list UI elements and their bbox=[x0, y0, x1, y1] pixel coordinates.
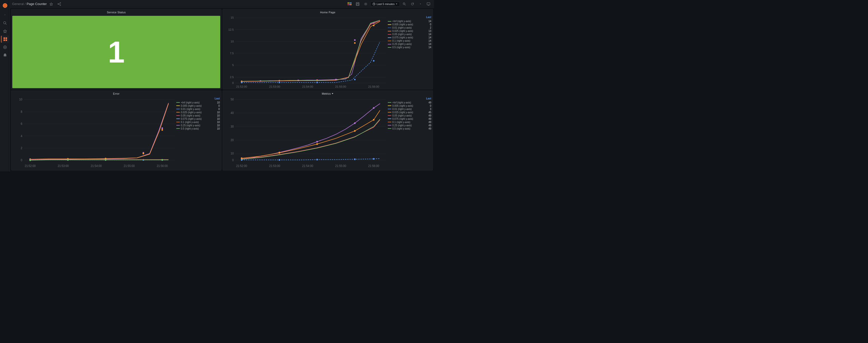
svg-text:20: 20 bbox=[230, 138, 234, 142]
svg-point-67 bbox=[316, 82, 318, 83]
grafana-logo[interactable] bbox=[1, 2, 8, 9]
sidebar-collapse-btn[interactable]: › bbox=[1, 11, 9, 18]
svg-rect-27 bbox=[356, 4, 359, 5]
legend-item-0025[interactable]: 0.025 (right y-axis) 13 bbox=[388, 29, 431, 33]
legend-item-0075[interactable]: 0.075 (right y-axis) 14 bbox=[388, 36, 431, 39]
legend-item-005[interactable]: 0.05 (right y-axis) 14 bbox=[388, 33, 431, 36]
legend-item-001[interactable]: 0.01 (right y-axis) 2 bbox=[388, 26, 431, 29]
svg-text:40: 40 bbox=[230, 111, 234, 114]
sidebar-item-explore[interactable] bbox=[1, 44, 9, 51]
metrics-legend: Last +Inf (right y-axis) 49 0.005 (right… bbox=[386, 96, 433, 170]
sidebar-item-starred[interactable] bbox=[1, 28, 9, 35]
error-legend-0025[interactable]: 0.025 (right y-axis) 10 bbox=[176, 111, 220, 114]
svg-point-141 bbox=[354, 158, 355, 160]
metrics-legend-inf[interactable]: +Inf (right y-axis) 49 bbox=[388, 101, 431, 104]
service-status-panel: Service Status 1 bbox=[11, 9, 221, 89]
error-legend-inf[interactable]: +Inf (right y-axis) 10 bbox=[176, 101, 220, 104]
svg-point-2 bbox=[4, 5, 5, 6]
time-range-picker[interactable]: Last 5 minutes bbox=[370, 1, 400, 6]
legend-item-025[interactable]: 0.25 (right y-axis) 14 bbox=[388, 42, 431, 46]
metrics-legend-0005[interactable]: 0.005 (right y-axis) 0 bbox=[388, 104, 431, 107]
svg-text:0: 0 bbox=[21, 158, 23, 161]
svg-line-17 bbox=[59, 3, 60, 4]
save-dashboard-btn[interactable] bbox=[354, 1, 361, 7]
svg-text:0: 0 bbox=[232, 158, 234, 161]
legend-last-label: Last bbox=[426, 16, 431, 19]
svg-point-108 bbox=[67, 159, 68, 161]
time-range-chevron-icon bbox=[396, 3, 398, 5]
error-legend-header: Last bbox=[176, 97, 220, 101]
svg-point-15 bbox=[58, 3, 59, 4]
metrics-legend-05[interactable]: 0.5 (right y-axis) 49 bbox=[388, 127, 431, 130]
svg-line-18 bbox=[59, 4, 60, 5]
error-legend-025[interactable]: 0.25 (right y-axis) 10 bbox=[176, 124, 220, 127]
metrics-legend-0025[interactable]: 0.025 (right y-axis) 45 bbox=[388, 111, 431, 114]
svg-rect-20 bbox=[349, 2, 351, 3]
svg-point-63 bbox=[354, 39, 355, 41]
metrics-legend-025[interactable]: 0.25 (right y-axis) 49 bbox=[388, 124, 431, 127]
svg-point-11 bbox=[4, 47, 5, 48]
metrics-legend-001[interactable]: 0.01 (right y-axis) 3 bbox=[388, 107, 431, 111]
service-status-body: 1 bbox=[12, 16, 220, 88]
svg-text:21:55:00: 21:55:00 bbox=[335, 164, 346, 167]
svg-text:21:52:00: 21:52:00 bbox=[236, 85, 247, 88]
dashboard-settings-btn[interactable] bbox=[362, 1, 369, 7]
error-legend-05[interactable]: 0.5 (right y-axis) 10 bbox=[176, 127, 220, 130]
sidebar-item-alerting[interactable] bbox=[1, 52, 9, 59]
breadcrumb-separator: / bbox=[25, 2, 26, 6]
metrics-legend-0075[interactable]: 0.075 (right y-axis) 49 bbox=[388, 117, 431, 121]
error-chart-svg: 10 8 6 4 2 0 21:52:00 21:53:00 21:54:00 … bbox=[11, 96, 175, 170]
display-btn[interactable] bbox=[425, 1, 432, 7]
error-legend-0075[interactable]: 0.075 (right y-axis) 10 bbox=[176, 117, 220, 121]
error-legend-0005[interactable]: 0.005 (right y-axis) 0 bbox=[176, 104, 220, 107]
svg-point-142 bbox=[373, 158, 374, 160]
svg-point-3 bbox=[3, 22, 6, 24]
svg-text:8: 8 bbox=[21, 110, 22, 113]
metrics-legend-01[interactable]: 0.1 (right y-axis) 49 bbox=[388, 121, 431, 124]
svg-text:5: 5 bbox=[232, 64, 234, 67]
home-page-title: Home Page bbox=[223, 9, 433, 15]
svg-text:10: 10 bbox=[19, 98, 22, 101]
share-dashboard-btn[interactable] bbox=[56, 1, 63, 7]
legend-item-inf[interactable]: +Inf (right y-axis) 14 bbox=[388, 20, 431, 23]
legend-item-05[interactable]: 0.5 (right y-axis) 14 bbox=[388, 46, 431, 49]
refresh-dropdown-btn[interactable] bbox=[417, 1, 424, 7]
error-legend-01[interactable]: 0.1 (right y-axis) 10 bbox=[176, 121, 220, 124]
svg-text:21:56:00: 21:56:00 bbox=[157, 164, 168, 167]
svg-point-69 bbox=[373, 60, 374, 62]
add-panel-btn[interactable] bbox=[346, 1, 353, 7]
breadcrumb-general[interactable]: General bbox=[12, 2, 24, 6]
home-page-chart-svg: 15 12.5 10 7.5 5 2.5 0 21:52:00 21:53:00… bbox=[223, 15, 386, 89]
error-legend-last-label: Last bbox=[215, 97, 220, 100]
breadcrumb: General / Page Counter bbox=[12, 1, 345, 7]
metrics-title-dropdown[interactable]: Metrics bbox=[322, 92, 334, 95]
metrics-legend-header: Last bbox=[388, 97, 431, 101]
svg-point-137 bbox=[373, 119, 374, 121]
svg-line-4 bbox=[5, 24, 6, 25]
sidebar-item-search[interactable] bbox=[1, 20, 9, 27]
metrics-legend-005[interactable]: 0.05 (right y-axis) 49 bbox=[388, 114, 431, 117]
svg-point-110 bbox=[161, 159, 163, 161]
metrics-title: Metrics bbox=[322, 92, 331, 95]
app-container: › bbox=[0, 0, 434, 172]
legend-header: Last bbox=[388, 15, 431, 20]
svg-text:10: 10 bbox=[230, 40, 234, 43]
svg-text:21:53:00: 21:53:00 bbox=[58, 164, 69, 167]
svg-point-135 bbox=[316, 143, 318, 145]
refresh-btn[interactable] bbox=[409, 1, 416, 7]
svg-rect-9 bbox=[5, 39, 7, 41]
metrics-chart-svg: 50 40 30 20 10 0 21:52:00 21:53:00 21:54… bbox=[223, 96, 386, 170]
legend-item-0005[interactable]: 0.005 (right y-axis) 0 bbox=[388, 23, 431, 26]
svg-rect-26 bbox=[357, 2, 359, 3]
topbar-actions: Last 5 minutes bbox=[346, 1, 432, 7]
svg-text:21:56:00: 21:56:00 bbox=[368, 164, 379, 167]
star-dashboard-btn[interactable] bbox=[48, 1, 55, 7]
svg-text:2: 2 bbox=[21, 146, 22, 149]
error-legend-001[interactable]: 0.01 (right y-axis) 0 bbox=[176, 107, 220, 111]
error-legend-005[interactable]: 0.05 (right y-axis) 10 bbox=[176, 114, 220, 117]
legend-item-01[interactable]: 0.1 (right y-axis) 14 bbox=[388, 39, 431, 42]
zoom-out-btn[interactable] bbox=[401, 1, 408, 7]
svg-text:7.5: 7.5 bbox=[230, 52, 234, 55]
sidebar-item-dashboards[interactable] bbox=[1, 36, 9, 43]
error-legend: Last +Inf (right y-axis) 10 0.005 (right… bbox=[175, 96, 221, 170]
